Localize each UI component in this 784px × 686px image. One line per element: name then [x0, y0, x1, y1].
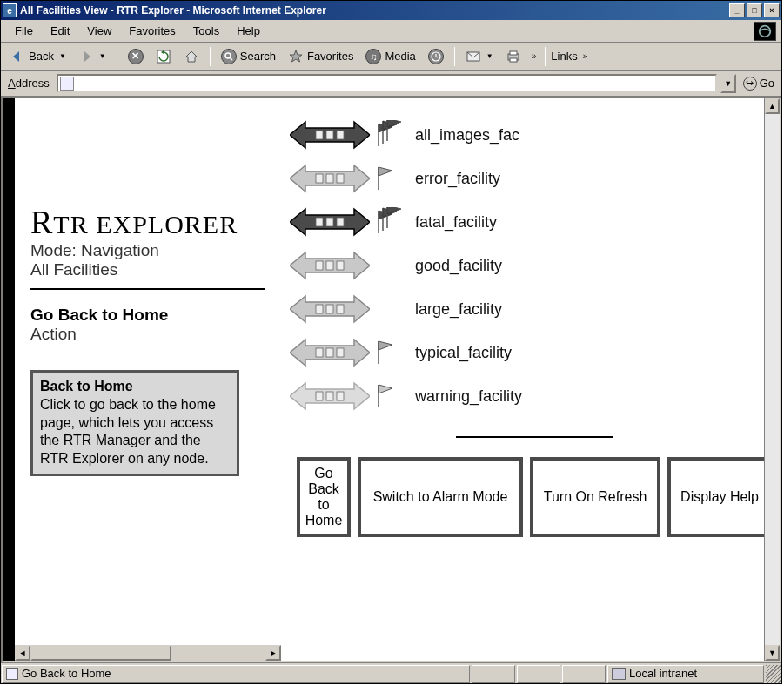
media-button[interactable]: ♫ Media [360, 46, 420, 67]
links-label[interactable]: Links [551, 50, 577, 63]
button-row: Go Back to Home Switch to Alarm Mode Tur… [290, 457, 764, 537]
svg-rect-28 [316, 305, 323, 313]
left-horizontal-scrollbar[interactable]: ◄ ► [15, 645, 281, 661]
svg-rect-32 [326, 348, 333, 357]
search-icon [221, 49, 237, 64]
flag-icon [375, 338, 401, 367]
history-button[interactable] [423, 46, 449, 67]
back-button[interactable]: Back ▼ [4, 46, 71, 67]
menu-view[interactable]: View [78, 23, 120, 39]
facility-label: warning_facility [415, 387, 522, 406]
favorites-label: Favorites [307, 50, 353, 63]
app-title: RTR EXPLORER [30, 203, 265, 241]
menu-favorites[interactable]: Favorites [120, 23, 184, 39]
scroll-thumb[interactable] [30, 645, 171, 661]
forward-arrow-icon [78, 49, 94, 64]
display-help-button[interactable]: Display Help [667, 457, 764, 537]
menu-edit[interactable]: Edit [42, 23, 78, 39]
scroll-track[interactable] [30, 645, 265, 661]
help-box-text: Click to go back to the home page, which… [40, 396, 230, 468]
flag-icon [375, 120, 401, 150]
svg-point-0 [760, 25, 771, 37]
address-input[interactable] [76, 77, 715, 91]
menu-file[interactable]: File [6, 23, 42, 39]
svg-rect-17 [337, 174, 344, 183]
facility-icons [290, 338, 403, 367]
scroll-up-icon[interactable]: ▲ [765, 98, 780, 114]
address-label: AAddressddress [4, 77, 53, 90]
back-arrow-icon [10, 49, 25, 64]
facility-icons [290, 381, 403, 411]
facility-row[interactable]: good_facility [290, 246, 764, 285]
go-button[interactable]: ↪ Go [740, 77, 778, 91]
double-arrow-icon [290, 294, 370, 324]
menu-help[interactable]: Help [228, 23, 269, 39]
flag-icon [375, 294, 401, 324]
maximize-button[interactable]: □ [747, 3, 762, 17]
facility-icons [290, 207, 403, 237]
svg-rect-31 [316, 348, 323, 357]
address-dropdown-icon[interactable]: ▼ [720, 74, 736, 93]
home-button[interactable] [178, 46, 204, 67]
page-icon [60, 77, 74, 91]
facility-row[interactable]: fatal_facility [290, 203, 764, 241]
status-pane-3 [517, 665, 560, 683]
double-arrow-icon [290, 338, 370, 367]
viewport: RTR EXPLORER Mode: Navigation All Facili… [3, 98, 764, 661]
menubar: File Edit View Favorites Tools Help [1, 20, 781, 43]
facility-row[interactable]: error_facility [290, 159, 764, 198]
back-dropdown-icon[interactable]: ▼ [59, 52, 66, 60]
forward-dropdown-icon[interactable]: ▼ [99, 52, 106, 60]
switch-alarm-button[interactable]: Switch to Alarm Mode [358, 457, 523, 537]
print-button[interactable] [500, 46, 526, 67]
minimize-button[interactable]: _ [729, 3, 745, 17]
zone-text: Local intranet [629, 667, 697, 680]
right-panel: all_images_fac error_facility [281, 98, 764, 661]
svg-rect-19 [316, 218, 323, 226]
forward-button[interactable]: ▼ [73, 46, 111, 67]
double-arrow-icon [290, 120, 370, 150]
mail-button[interactable]: ▼ [460, 46, 499, 67]
facility-row[interactable]: warning_facility [290, 377, 764, 415]
menu-tools[interactable]: Tools [184, 23, 228, 39]
status-page-icon [6, 668, 18, 680]
links-overflow-icon[interactable]: » [580, 51, 592, 61]
svg-rect-30 [337, 305, 344, 313]
svg-rect-35 [316, 392, 323, 400]
scroll-left-icon[interactable]: ◄ [15, 645, 30, 661]
turn-on-refresh-button[interactable]: Turn On Refresh [530, 457, 660, 537]
svg-rect-21 [337, 218, 344, 226]
toolbar-separator [117, 47, 117, 66]
status-pane-4 [562, 665, 606, 683]
flag-icon [375, 207, 401, 237]
ie-window: e All Facilities View - RTR Explorer - M… [0, 0, 782, 684]
facility-row[interactable]: all_images_fac [290, 116, 764, 154]
close-button[interactable]: × [764, 3, 780, 17]
action-title[interactable]: Go Back to Home [30, 306, 265, 325]
resize-grip-icon[interactable] [766, 665, 781, 683]
facility-row[interactable]: large_facility [290, 290, 764, 328]
scroll-track[interactable] [765, 114, 780, 645]
favorites-button[interactable]: Favorites [283, 46, 358, 67]
go-back-home-button[interactable]: Go Back to Home [297, 457, 351, 537]
facility-icons [290, 294, 403, 324]
vertical-scrollbar[interactable]: ▲ ▼ [764, 98, 780, 661]
print-icon [506, 49, 521, 64]
go-arrow-icon: ↪ [743, 77, 757, 91]
refresh-button[interactable] [151, 46, 177, 67]
facility-row[interactable]: typical_facility [290, 333, 764, 372]
help-box: Back to Home Click to go back to the hom… [30, 370, 239, 476]
mail-dropdown-icon[interactable]: ▼ [486, 52, 493, 60]
stop-button[interactable]: ✕ [123, 46, 149, 67]
scroll-down-icon[interactable]: ▼ [765, 645, 780, 661]
flag-icon [375, 381, 401, 411]
scroll-right-icon[interactable]: ► [265, 645, 281, 661]
toolbar-overflow-icon[interactable]: » [528, 51, 540, 61]
svg-rect-20 [326, 218, 333, 226]
mode-line: Mode: Navigation [30, 241, 265, 260]
content-area: RTR EXPLORER Mode: Navigation All Facili… [1, 97, 781, 662]
favorites-star-icon [288, 49, 304, 64]
double-arrow-icon [290, 251, 370, 280]
search-button[interactable]: Search [216, 46, 281, 67]
zone-icon [612, 668, 626, 680]
